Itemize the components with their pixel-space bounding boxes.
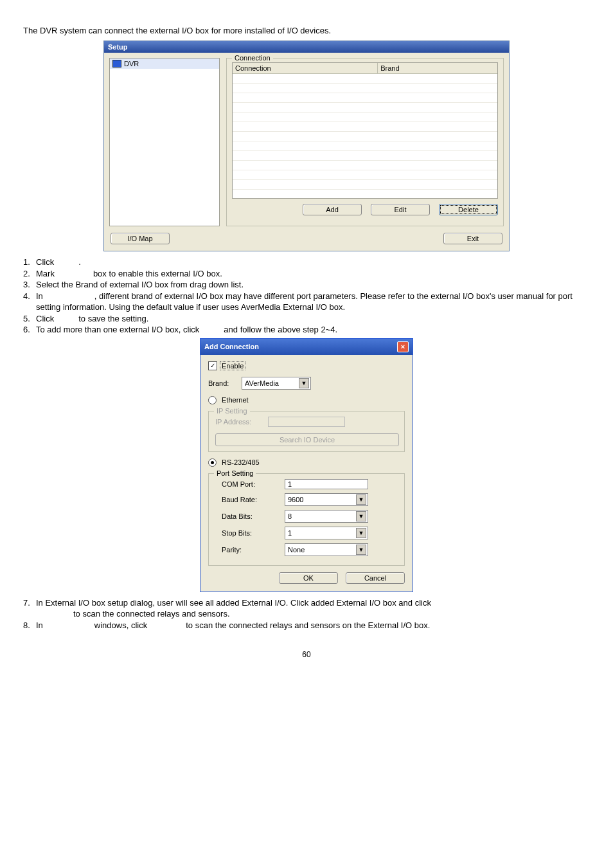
table-row[interactable] [233,122,497,132]
tree-pane[interactable]: DVR [109,58,220,226]
connection-grid[interactable]: Connection Brand [232,62,498,199]
chevron-down-icon[interactable]: ▼ [356,528,366,538]
close-icon[interactable]: × [397,341,409,352]
ethernet-label: Ethernet [222,396,249,404]
setup-titlebar: Setup [104,41,509,53]
list-number: 2. [23,268,36,280]
table-row[interactable] [233,161,497,170]
ip-address-label: IP Address: [215,418,263,426]
grid-header-brand[interactable]: Brand [378,63,497,73]
list-number: 6. [23,324,36,336]
intro-text: The DVR system can connect the external … [23,26,590,35]
table-row[interactable] [233,141,497,151]
table-row[interactable] [233,151,497,161]
port-setting-legend: Port Setting [214,469,256,477]
list-number: 1. [23,257,36,268]
brand-select-value: AVerMedia [245,379,279,387]
grid-header-connection[interactable]: Connection [233,63,378,73]
data-bits-label: Data Bits: [215,512,280,520]
step-6: To add more than one external I/O box, c… [36,324,590,336]
step-8: Inwindows, clickto scan the connected re… [36,620,590,631]
baud-rate-value: 9600 [288,496,303,503]
chevron-down-icon[interactable]: ▼ [356,511,366,521]
ip-setting-legend: IP Setting [214,407,250,415]
ok-button[interactable]: OK [279,572,338,584]
step-1: Click. [36,257,590,268]
rs232-radio[interactable] [208,458,217,467]
list-number: 3. [23,279,36,291]
baud-rate-label: Baud Rate: [215,496,280,503]
step-4: In, different brand of external I/O box … [36,291,590,313]
ethernet-radio[interactable] [208,396,217,404]
list-number: 4. [23,291,36,313]
add-connection-dialog: Add Connection × Enable Brand: AVerMedia… [200,338,413,592]
list-number: 8. [23,620,36,631]
table-row[interactable] [233,170,497,180]
brand-label: Brand: [208,379,236,387]
enable-label: Enable [220,361,245,370]
baud-rate-select[interactable]: 9600 ▼ [285,493,368,506]
add-titlebar: Add Connection × [200,339,413,355]
table-row[interactable] [233,84,497,93]
step-2: Markbox to enable this external I/O box. [36,268,590,280]
parity-value: None [288,546,305,554]
add-title: Add Connection [204,343,259,350]
page-number: 60 [23,650,590,659]
table-row[interactable] [233,74,497,84]
stop-bits-value: 1 [288,529,292,537]
data-bits-select[interactable]: 8 ▼ [285,510,368,523]
search-io-device-button: Search IO Device [215,433,399,446]
exit-button[interactable]: Exit [443,233,502,244]
com-port-label: COM Port: [215,480,280,488]
data-bits-value: 8 [288,512,292,520]
chevron-down-icon[interactable]: ▼ [299,378,309,388]
dvr-icon [112,60,121,68]
rs232-label: RS-232/485 [222,458,260,466]
port-setting-fieldset: Port Setting COM Port: 1 Baud Rate: 9600… [208,473,405,566]
parity-label: Parity: [215,546,280,554]
stop-bits-label: Stop Bits: [215,529,280,537]
instructions-block-1: 1. Click. 2. Markbox to enable this exte… [23,257,590,336]
ip-setting-fieldset: IP Setting IP Address: Search IO Device [208,411,405,452]
list-number: 7. [23,597,36,620]
brand-select[interactable]: AVerMedia ▼ [242,377,311,390]
com-port-input[interactable]: 1 [285,479,368,489]
list-number: 5. [23,313,36,325]
table-row[interactable] [233,113,497,122]
setup-window: Setup DVR Connection Connection Brand [103,41,510,251]
connection-fieldset: Connection Connection Brand [226,58,504,226]
ip-address-input [268,417,345,427]
enable-checkbox[interactable] [208,361,217,370]
table-row[interactable] [233,132,497,141]
tree-item-dvr[interactable]: DVR [110,59,219,69]
step-5: Clickto save the setting. [36,313,590,325]
edit-button[interactable]: Edit [371,204,430,215]
stop-bits-select[interactable]: 1 ▼ [285,527,368,539]
instructions-block-2: 7. In External I/O box setup dialog, use… [23,597,590,631]
step-7: In External I/O box setup dialog, user w… [36,597,590,620]
step-3: Select the Brand of external I/O box fro… [36,279,590,291]
chevron-down-icon[interactable]: ▼ [356,494,366,505]
chevron-down-icon[interactable]: ▼ [356,545,366,555]
table-row[interactable] [233,180,497,190]
connection-legend: Connection [232,54,273,62]
delete-button[interactable]: Delete [439,204,498,215]
parity-select[interactable]: None ▼ [285,543,368,556]
table-row[interactable] [233,103,497,113]
add-button[interactable]: Add [303,204,362,215]
io-map-button[interactable]: I/O Map [111,233,170,244]
tree-item-label: DVR [124,60,139,68]
cancel-button[interactable]: Cancel [346,572,405,584]
table-row[interactable] [233,93,497,103]
